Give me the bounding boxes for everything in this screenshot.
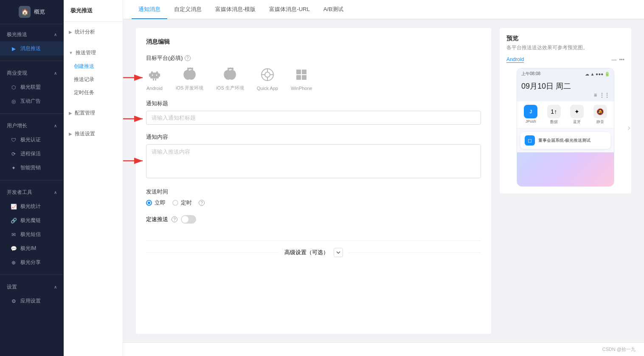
sidebar-group-growth[interactable]: 用户增长 ∧ (0, 119, 64, 133)
sidebar-group-push[interactable]: 极光推送 ∧ (0, 28, 64, 42)
sidebar-group-commerce[interactable]: 商业变现 ∧ (0, 66, 64, 80)
platform-ios-dev[interactable]: iOS 开发环境 (176, 65, 203, 91)
left-sidebar: 🏠 概览 极光推送 ∧ ▶ 消息推送 商业变现 ∧ ⬡ 极光联盟 ◎ 互动广告 (0, 0, 64, 356)
sidebar-section-devtools: 开发者工具 ∧ 📈 极光统计 🔗 极光魔链 ✉ 极光短信 💬 极光IM ⊕ 极光… (0, 182, 64, 273)
sms-icon: ✉ (10, 231, 17, 238)
sidebar-item-ads[interactable]: ◎ 互动广告 (0, 94, 64, 108)
send-time-help-icon[interactable]: ? (199, 200, 205, 206)
sidebar-item-marketing[interactable]: ✦ 智能营销 (0, 161, 64, 175)
preview-tabs: Android — ••• (506, 56, 624, 63)
tab-notification[interactable]: 通知消息 (132, 0, 167, 19)
radio-scheduled[interactable]: 定时 (172, 199, 192, 207)
svg-rect-19 (296, 75, 301, 80)
content-field-label: 通知内容 (146, 133, 481, 141)
im-icon: 💬 (10, 245, 17, 252)
platform-ios-prod[interactable]: iOS 生产环境 (216, 65, 244, 91)
notification-content-input[interactable] (146, 144, 481, 178)
advanced-expand-icon[interactable] (334, 248, 343, 257)
magic-chain-icon: 🔗 (10, 217, 17, 224)
second-sidebar-config-header[interactable]: ▶ 配置管理 (64, 106, 123, 120)
toggle-knob (182, 216, 188, 223)
divider-1 (0, 61, 64, 61)
platform-label: 目标平台(必填) ? (146, 54, 481, 62)
sidebar-overview[interactable]: 🏠 概览 (0, 0, 64, 24)
phone-date: 09月10日 周二 (521, 81, 610, 91)
second-sidebar-push-settings-header[interactable]: ▶ 推送设置 (64, 127, 123, 141)
phone-grid-icon-1: ≡ (594, 92, 597, 98)
preview-minimize-icon[interactable]: — (611, 57, 616, 63)
divider-4 (0, 275, 64, 275)
platform-android[interactable]: Android (146, 66, 163, 91)
app-settings-icon: ⚙ (10, 298, 17, 305)
svg-rect-8 (155, 78, 156, 81)
advanced-hr-left (146, 252, 279, 253)
platform-winphone[interactable]: WinPhone (291, 66, 312, 91)
phone-mockup: 上午08:08 ☁ ▲ ●●● 🔋 09月10日 周二 ≡ ⋮⋮ (517, 68, 614, 187)
speed-push-help-icon[interactable]: ? (172, 216, 177, 222)
devtools-expand-icon: ∧ (54, 190, 57, 195)
sidebar-group-devtools[interactable]: 开发者工具 ∧ (0, 185, 64, 199)
second-sidebar-group-push-settings: ▶ 推送设置 (64, 123, 123, 144)
svg-rect-20 (302, 75, 307, 80)
sidebar-item-alliance[interactable]: ⬡ 极光联盟 (0, 80, 64, 94)
red-arrow-title (123, 112, 146, 125)
silent-circle: 🔕 (593, 105, 607, 118)
svg-rect-6 (159, 73, 160, 77)
tab-rich-media-template[interactable]: 富媒体消息-模版 (208, 0, 262, 19)
tab-custom-message[interactable]: 自定义消息 (167, 0, 208, 19)
second-sidebar-push-mgmt-header[interactable]: ▼ 推送管理 (64, 46, 123, 60)
sidebar-item-app-settings[interactable]: ⚙ 应用设置 (0, 294, 64, 308)
preview-tab-android[interactable]: Android (506, 56, 524, 63)
second-sidebar-create-push[interactable]: 创建推送 (64, 60, 123, 73)
advanced-settings-row[interactable]: 高级设置（可选） (146, 241, 481, 257)
quick-app-icon (259, 66, 276, 83)
sidebar-item-sms[interactable]: ✉ 极光短信 (0, 227, 64, 241)
footer-bar: CSDN @拾一九 (123, 342, 644, 356)
platform-row: Android iOS 开发环境 (146, 65, 481, 91)
sidebar-item-share[interactable]: ⊕ 极光分享 (0, 255, 64, 269)
sidebar-item-magic-chain[interactable]: 🔗 极光魔链 (0, 213, 64, 227)
preview-more-icon[interactable]: ••• (619, 57, 624, 63)
tab-ab-test[interactable]: A/B测试 (317, 0, 350, 19)
sidebar-item-im[interactable]: 💬 极光IM (0, 241, 64, 255)
second-sidebar-scheduled-tasks[interactable]: 定时任务 (64, 86, 123, 99)
second-sidebar-stats-header[interactable]: ▶ 统计分析 (64, 25, 123, 39)
content-field-group: 通知内容 (146, 133, 481, 179)
sidebar-section-commerce: 商业变现 ∧ ⬡ 极光联盟 ◎ 互动广告 (0, 63, 64, 112)
share-icon: ⊕ (10, 259, 17, 266)
footer-credit: CSDN @拾一九 (602, 346, 636, 353)
title-field-group: 通知标题 (146, 100, 481, 125)
radio-immediate-circle (146, 200, 152, 206)
phone-bottom-gradient (517, 152, 614, 186)
keepalive-icon: ⟳ (10, 151, 17, 157)
phone-apps-row: J JPush 1↑ 数据 ✦ (517, 101, 614, 129)
sidebar-item-keepalive[interactable]: ⟳ 进程保活 (0, 147, 64, 161)
notification-title-input[interactable] (146, 111, 481, 125)
jpush-circle: J (524, 105, 537, 118)
tab-bar: 通知消息 自定义消息 富媒体消息-模版 富媒体消息-URL A/B测试 (123, 0, 644, 20)
sidebar-item-message-push[interactable]: ▶ 消息推送 (0, 42, 64, 56)
data-circle: 1↑ (547, 105, 561, 118)
sidebar-item-statistics[interactable]: 📈 极光统计 (0, 199, 64, 213)
second-sidebar-push-records[interactable]: 推送记录 (64, 73, 123, 86)
ios-prod-icon (222, 65, 239, 82)
marketing-icon: ✦ (10, 165, 17, 171)
svg-rect-4 (150, 73, 159, 78)
sidebar-group-settings[interactable]: 设置 ∧ (0, 280, 64, 294)
phone-next-chevron[interactable]: › (627, 123, 630, 132)
tab-rich-media-url[interactable]: 富媒体消息-URL (262, 0, 316, 19)
commerce-expand-icon: ∧ (54, 71, 57, 76)
alliance-icon: ⬡ (10, 84, 17, 91)
platform-quick-app[interactable]: Quick App (257, 66, 278, 91)
svg-rect-7 (153, 78, 154, 81)
phone-time: 上午08:08 (521, 71, 540, 77)
speed-push-toggle[interactable] (181, 215, 196, 224)
svg-rect-17 (296, 70, 301, 74)
sidebar-section-settings: 设置 ∧ ⚙ 应用设置 (0, 277, 64, 311)
platform-help-icon[interactable]: ? (185, 55, 191, 61)
radio-immediate[interactable]: 立即 (146, 199, 166, 207)
svg-point-10 (156, 74, 157, 76)
winphone-icon (293, 66, 310, 83)
phone-app-silent: 🔕 静音 (593, 105, 607, 125)
sidebar-item-auth[interactable]: 🛡 极光认证 (0, 133, 64, 147)
